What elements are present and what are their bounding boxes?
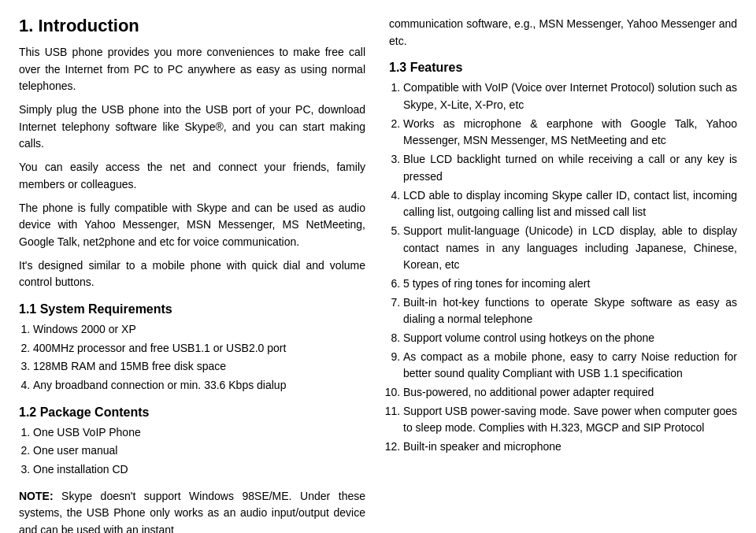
package-list: One USB VoIP Phone One user manual One i… <box>19 424 365 479</box>
list-item: 5 types of ring tones for incoming alert <box>403 276 737 293</box>
intro-para-5: It's designed similar to a mobile phone … <box>19 257 365 291</box>
list-item: 400MHz processor and free USB1.1 or USB2… <box>33 340 365 357</box>
list-item: One USB VoIP Phone <box>33 424 365 442</box>
list-item: Blue LCD backlight turned on while recei… <box>403 151 737 185</box>
intro-para-1: This USB phone provides you more conveni… <box>19 44 365 95</box>
list-item: Any broadband connection or min. 33.6 Kb… <box>33 377 365 394</box>
list-item: LCD able to display incoming Skype calle… <box>403 187 737 221</box>
list-item: Built-in hot-key functions to operate Sk… <box>403 294 737 328</box>
list-item: Support volume control using hotkeys on … <box>403 330 737 347</box>
system-req-title: 1.1 System Requirements <box>19 302 365 316</box>
note-text: Skype doesn't support Windows 98SE/ME. U… <box>19 490 365 533</box>
left-column: 1. Introduction This USB phone provides … <box>19 16 365 533</box>
features-title: 1.3 Features <box>389 61 737 75</box>
intro-para-3: You can easily access the net and connec… <box>19 159 365 193</box>
list-item: As compact as a mobile phone, easy to ca… <box>403 349 737 383</box>
features-list: Compatible with VoIP (Voice over Interne… <box>389 80 737 455</box>
note-block: NOTE: Skype doesn't support Windows 98SE… <box>19 488 365 533</box>
list-item: 128MB RAM and 15MB free disk space <box>33 358 365 376</box>
list-item: Bus-powered, no additional power adapter… <box>403 384 737 402</box>
list-item: Works as microphone & earphone with Goog… <box>403 116 737 150</box>
package-title: 1.2 Package Contents <box>19 405 365 420</box>
note-continuation: communication software, e.g., MSN Messen… <box>389 16 737 50</box>
intro-para-4: The phone is fully compatible with Skype… <box>19 200 365 251</box>
list-item: Support USB power-saving mode. Save powe… <box>403 403 737 437</box>
note-label: NOTE: <box>19 490 54 502</box>
list-item: Compatible with VoIP (Voice over Interne… <box>403 80 737 113</box>
page-container: 1. Introduction This USB phone provides … <box>0 0 756 533</box>
list-item: Windows 2000 or XP <box>33 321 365 339</box>
right-column: communication software, e.g., MSN Messen… <box>389 16 737 533</box>
intro-para-2: Simply plug the USB phone into the USB p… <box>19 102 365 153</box>
system-req-list: Windows 2000 or XP 400MHz processor and … <box>19 321 365 394</box>
page-title: 1. Introduction <box>19 16 365 36</box>
list-item: One installation CD <box>33 461 365 479</box>
list-item: Support mulit-language (Unicode) in LCD … <box>403 223 737 274</box>
list-item: Built-in speaker and microphone <box>403 439 737 456</box>
list-item: One user manual <box>33 442 365 460</box>
